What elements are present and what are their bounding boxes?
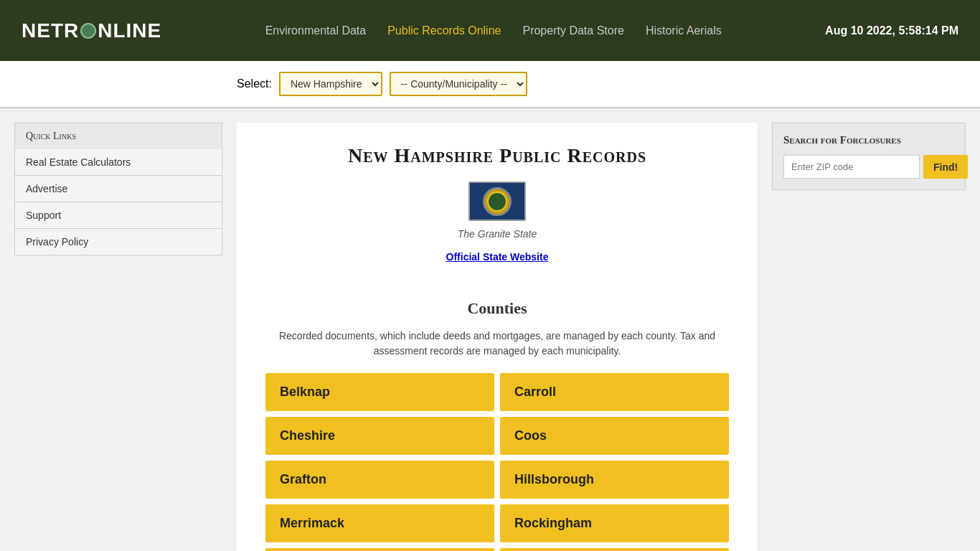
state-select[interactable]: New Hampshire xyxy=(279,72,382,96)
county-select[interactable]: -- County/Municipality -- xyxy=(390,72,527,96)
main-nav: Environmental Data Public Records Online… xyxy=(265,24,722,37)
state-flag xyxy=(468,182,526,221)
foreclosure-title: Search for Forclosures xyxy=(783,134,954,146)
sidebar-item-advertise[interactable]: Advertise xyxy=(14,176,222,202)
county-merrimack[interactable]: Merrimack xyxy=(265,504,494,542)
nav-historic-aerials[interactable]: Historic Aerials xyxy=(646,24,722,37)
state-header: New Hampshire Public Records The Granite… xyxy=(237,123,758,285)
county-belknap[interactable]: Belknap xyxy=(265,373,494,411)
counties-section: Counties Recorded documents, which inclu… xyxy=(237,285,758,551)
logo-suffix: NLINE xyxy=(98,19,161,42)
nav-property-data[interactable]: Property Data Store xyxy=(522,24,623,37)
counties-title: Counties xyxy=(265,299,729,318)
county-rockingham[interactable]: Rockingham xyxy=(500,504,729,542)
foreclosure-box: Search for Forclosures Find! xyxy=(772,123,966,190)
county-hillsborough[interactable]: Hillsborough xyxy=(500,461,729,499)
main-content: New Hampshire Public Records The Granite… xyxy=(237,123,758,551)
county-grafton[interactable]: Grafton xyxy=(265,461,494,499)
logo-text: NETR xyxy=(22,19,79,42)
header: NETR NLINE Environmental Data Public Rec… xyxy=(0,0,980,61)
datetime: Aug 10 2022, 5:58:14 PM xyxy=(825,24,958,37)
sidebar-item-privacy[interactable]: Privacy Policy xyxy=(14,229,222,255)
sidebar-item-real-estate[interactable]: Real Estate Calculators xyxy=(14,149,222,176)
state-title: New Hampshire Public Records xyxy=(265,144,729,167)
sidebar: Quick Links Real Estate Calculators Adve… xyxy=(14,123,222,551)
county-carroll[interactable]: Carroll xyxy=(500,373,729,411)
sidebar-item-support[interactable]: Support xyxy=(14,202,222,229)
county-strafford[interactable]: Strafford xyxy=(265,548,494,551)
nav-environmental[interactable]: Environmental Data xyxy=(265,24,367,37)
county-coos[interactable]: Coos xyxy=(500,417,729,455)
flag-inner xyxy=(487,192,507,212)
county-cheshire[interactable]: Cheshire xyxy=(265,417,494,455)
globe-icon xyxy=(80,23,96,39)
right-sidebar: Search for Forclosures Find! xyxy=(772,123,966,551)
counties-description: Recorded documents, which include deeds … xyxy=(265,329,729,359)
quick-links-list: Real Estate Calculators Advertise Suppor… xyxy=(14,149,222,255)
find-button[interactable]: Find! xyxy=(923,155,968,179)
foreclosure-input-row: Find! xyxy=(783,155,954,179)
select-label: Select: xyxy=(237,77,272,90)
logo: NETR NLINE xyxy=(22,19,161,42)
state-nickname: The Granite State xyxy=(265,228,729,240)
flag-emblem xyxy=(483,187,512,216)
main-layout: Quick Links Real Estate Calculators Adve… xyxy=(0,108,980,551)
zip-input[interactable] xyxy=(783,155,920,179)
nav-public-records[interactable]: Public Records Online xyxy=(387,24,501,37)
counties-grid: Belknap Carroll Cheshire Coos Grafton Hi… xyxy=(265,373,729,551)
county-sullivan[interactable]: Sullivan xyxy=(500,548,729,551)
official-state-website-link[interactable]: Official State Website xyxy=(446,251,549,263)
quick-links-header: Quick Links xyxy=(14,123,222,149)
